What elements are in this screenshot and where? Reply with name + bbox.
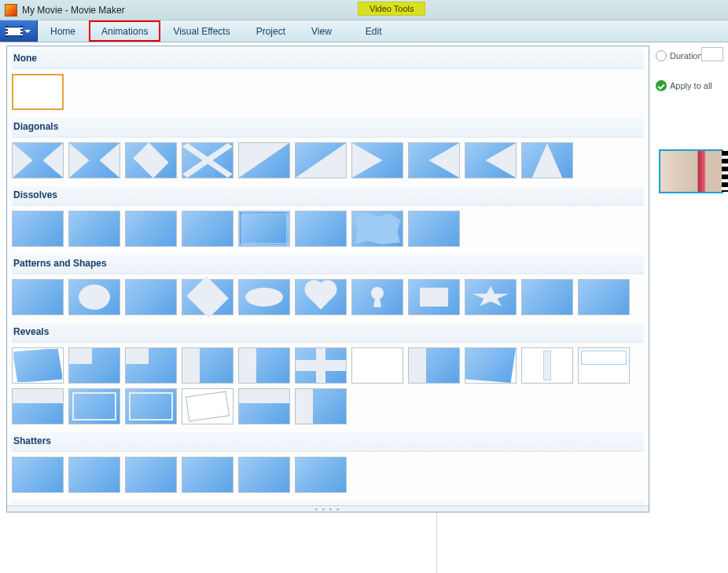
transition-thumb[interactable] [408,142,460,178]
timeline-clip-thumbnail[interactable] [659,149,723,193]
transition-thumb[interactable] [68,211,120,247]
tab-edit[interactable]: Edit [353,20,395,42]
transition-thumb[interactable] [351,211,403,247]
transition-thumb[interactable] [182,211,233,247]
transition-thumb[interactable] [238,457,290,493]
transition-thumb[interactable] [182,279,233,315]
transition-none[interactable] [12,74,64,110]
group-header-shatters: Shatters [12,432,644,452]
apply-all-button[interactable]: Apply to all [670,81,712,90]
file-menu-button[interactable] [0,20,38,42]
transition-thumb[interactable] [125,279,177,315]
transition-thumb[interactable] [521,347,573,384]
transition-thumb[interactable] [125,347,177,384]
film-icon [7,27,21,36]
transition-thumb[interactable] [521,142,573,178]
group-header-diagonals: Diagonals [12,118,644,138]
transition-thumb[interactable] [295,211,347,247]
transition-thumb[interactable] [125,388,177,424]
transition-thumb[interactable] [238,388,290,424]
transition-thumb[interactable] [408,279,460,315]
transition-thumb[interactable] [238,347,290,384]
tab-project[interactable]: Project [244,20,299,42]
title-bar: My Movie - Movie Maker Video Tools [0,0,728,20]
transition-thumb[interactable] [68,388,120,424]
transition-thumb[interactable] [182,388,233,424]
transition-thumb[interactable] [465,279,517,315]
transition-thumb[interactable] [408,347,460,384]
transition-thumb[interactable] [12,142,64,178]
transition-thumb[interactable] [68,279,120,315]
group-header-reveals: Reveals [12,323,644,343]
chevron-down-icon [24,30,31,33]
transition-thumb[interactable] [238,211,290,247]
transition-thumb[interactable] [12,388,64,424]
transition-thumb[interactable] [182,142,233,178]
transition-thumb[interactable] [182,347,233,384]
transition-thumb[interactable] [295,279,347,315]
transition-thumb[interactable] [578,347,630,384]
transition-thumb[interactable] [125,211,177,247]
transition-thumb[interactable] [521,279,573,315]
tab-view[interactable]: View [299,20,345,42]
transition-thumb[interactable] [351,347,403,384]
transition-thumb[interactable] [12,279,64,315]
playhead-line [436,512,437,573]
transition-thumb[interactable] [238,279,290,315]
gallery-resize-handle[interactable]: • • • • [7,505,649,512]
transition-thumb[interactable] [578,279,630,315]
group-header-sweeps: Sweeps and Curls [12,501,644,505]
transition-thumb[interactable] [408,211,460,247]
tab-home[interactable]: Home [38,20,89,42]
transitions-gallery: None Diagonals Dissolves [6,46,649,512]
duration-input[interactable] [701,47,723,61]
app-icon [5,4,17,17]
transition-thumb[interactable] [295,457,347,493]
gallery-scroll-area[interactable]: None Diagonals Dissolves [7,46,649,505]
transition-thumb[interactable] [12,347,64,384]
tab-visual-effects[interactable]: Visual Effects [160,20,243,42]
transition-thumb[interactable] [12,457,64,493]
transition-thumb[interactable] [465,142,517,178]
group-header-dissolves: Dissolves [12,186,644,206]
transition-thumb[interactable] [295,347,347,384]
transition-thumb[interactable] [182,457,233,493]
apply-all-icon [656,80,667,91]
duration-icon [656,50,667,61]
transition-thumb[interactable] [351,279,403,315]
transition-thumb[interactable] [125,457,177,493]
duration-label: Duration: [670,51,705,61]
context-tab-video-tools[interactable]: Video Tools [358,2,425,16]
group-header-patterns: Patterns and Shapes [12,255,644,274]
transition-thumb[interactable] [465,347,517,384]
tab-animations[interactable]: Animations [89,20,160,42]
transition-thumb[interactable] [68,347,120,384]
transition-thumb[interactable] [125,142,177,178]
transition-options-panel: Duration: Apply to all [654,46,725,96]
transition-thumb[interactable] [351,142,403,178]
window-title: My Movie - Movie Maker [22,5,125,16]
transition-thumb[interactable] [68,457,120,493]
transition-thumb[interactable] [238,142,290,178]
group-header-none: None [12,50,644,69]
transition-thumb[interactable] [295,142,347,178]
transition-thumb[interactable] [68,142,120,178]
transition-thumb[interactable] [12,211,64,247]
transition-thumb[interactable] [295,388,347,424]
ribbon-tabs: Home Animations Visual Effects Project V… [0,20,728,42]
